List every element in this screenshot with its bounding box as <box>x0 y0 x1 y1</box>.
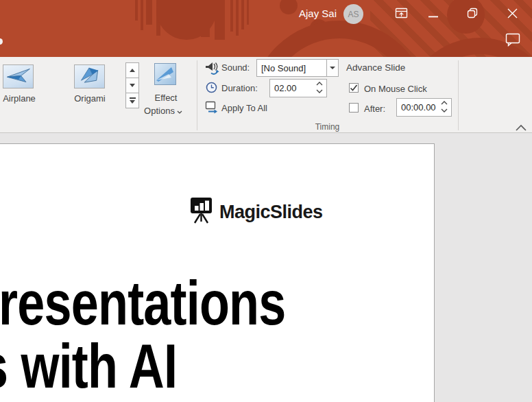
sound-dropdown-arrow-button[interactable] <box>326 59 339 77</box>
spinner-down-icon[interactable] <box>440 108 448 114</box>
transition-airplane-label: Airplane <box>0 93 40 104</box>
duration-spinner[interactable]: 02.00 <box>269 79 327 97</box>
gallery-more-button[interactable] <box>125 93 139 108</box>
account-name[interactable]: Ajay Sai <box>299 8 337 19</box>
group-divider <box>458 60 459 130</box>
slide-title-line1[interactable]: resentations <box>0 272 286 334</box>
ribbon-display-options-icon <box>395 7 408 22</box>
sound-dropdown-value: [No Sound] <box>261 63 306 73</box>
minimize-button[interactable] <box>425 7 442 22</box>
magicslides-logo-text: MagicSlides <box>219 202 323 223</box>
effect-options-label-line2: Options <box>144 106 175 116</box>
after-checkbox[interactable] <box>349 103 359 113</box>
comments-button[interactable] <box>504 33 522 49</box>
gallery-scroll-controls <box>125 63 139 108</box>
chevron-down-icon <box>177 106 182 116</box>
duration-clock-icon <box>206 82 217 96</box>
up-arrow-icon <box>130 69 135 72</box>
effect-options-icon <box>154 63 176 88</box>
magicslides-board-icon <box>190 197 213 227</box>
timing-group-label: Timing <box>197 122 458 132</box>
magicslides-logo[interactable]: MagicSlides <box>190 197 323 227</box>
restore-button[interactable] <box>464 7 481 22</box>
transition-origami-button[interactable] <box>74 64 105 88</box>
advance-slide-heading: Advance Slide <box>346 62 405 73</box>
close-icon <box>507 8 518 21</box>
apply-to-all-icon <box>205 101 219 117</box>
ribbon-transitions-tab: Airplane Origami Effect <box>0 57 532 133</box>
down-arrow-icon <box>130 100 135 104</box>
duration-label: Duration: <box>221 83 258 93</box>
spinner-up-icon[interactable] <box>440 99 448 106</box>
spinner-down-icon[interactable] <box>315 88 324 95</box>
close-button[interactable] <box>503 6 521 23</box>
transition-airplane-button[interactable] <box>3 64 34 88</box>
title-bar: Ajay Sai AS <box>0 0 532 57</box>
gallery-scroll-up-button[interactable] <box>125 62 139 78</box>
sound-label: Sound: <box>221 62 250 73</box>
on-mouse-click-checkbox[interactable] <box>349 83 359 93</box>
group-divider <box>197 60 197 130</box>
comment-bubble-icon <box>505 33 520 49</box>
more-bar-icon <box>130 97 136 99</box>
after-time-value: 00:00.00 <box>401 102 436 113</box>
minimize-icon <box>428 8 438 21</box>
slide-title-line2[interactable]: s with AI <box>0 335 177 397</box>
airplane-transition-icon <box>5 65 32 88</box>
avatar[interactable]: AS <box>343 4 363 24</box>
transition-origami-label: Origami <box>69 93 111 104</box>
gallery-scroll-down-button[interactable] <box>125 78 139 93</box>
collapse-ribbon-button[interactable] <box>513 121 529 133</box>
ribbon-display-options-button[interactable] <box>393 7 409 22</box>
on-mouse-click-label[interactable]: On Mouse Click <box>364 84 427 94</box>
spinner-up-icon[interactable] <box>315 80 324 86</box>
down-arrow-icon <box>130 84 135 87</box>
chevron-up-icon <box>515 123 527 132</box>
slide-canvas[interactable]: MagicSlides resentations s with AI <box>0 143 435 402</box>
apply-to-all-button[interactable]: Apply To All <box>221 103 267 113</box>
after-label[interactable]: After: <box>364 104 385 114</box>
origami-transition-icon <box>77 65 102 88</box>
duration-value: 02.00 <box>274 83 297 93</box>
sound-icon <box>205 61 220 79</box>
dropdown-arrow-icon <box>330 67 335 69</box>
sound-dropdown[interactable]: [No Sound] <box>256 59 327 77</box>
after-time-spinner[interactable]: 00:00.00 <box>396 98 452 117</box>
restore-icon <box>467 8 478 21</box>
slide-workspace: MagicSlides resentations s with AI <box>0 133 532 402</box>
checkmark-icon <box>350 84 358 92</box>
effect-options-button[interactable]: Effect Options <box>145 61 187 117</box>
effect-options-label-line1: Effect <box>145 93 187 103</box>
